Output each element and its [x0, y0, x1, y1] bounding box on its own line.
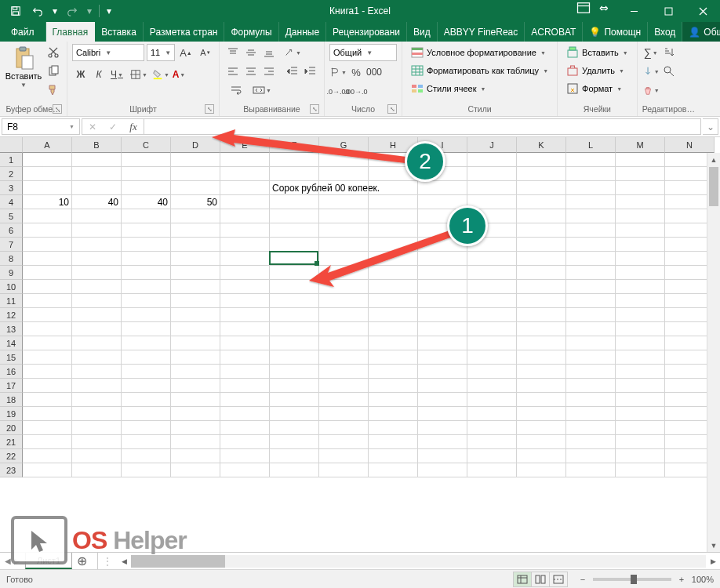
cell-K13[interactable] [517, 322, 566, 336]
cell-D10[interactable] [171, 280, 220, 294]
row-header-8[interactable]: 8 [0, 252, 23, 266]
paste-button[interactable]: Вставить ▼ [5, 44, 42, 89]
cell-C6[interactable] [122, 223, 171, 238]
row-header-13[interactable]: 13 [0, 322, 23, 336]
zoom-value[interactable]: 100% [692, 575, 714, 584]
cell-B14[interactable] [72, 336, 122, 350]
ribbon-display-dropdown-icon[interactable]: ⇔ [596, 0, 612, 16]
cell-D19[interactable] [171, 407, 220, 421]
cell-E18[interactable] [220, 393, 270, 407]
cell-C7[interactable] [122, 238, 171, 252]
cell-C13[interactable] [122, 322, 171, 336]
cell-E10[interactable] [220, 280, 270, 294]
grow-font-icon[interactable]: A▲ [177, 44, 195, 61]
cell-C11[interactable] [122, 294, 171, 308]
cell-A15[interactable] [23, 350, 72, 365]
cell-E8[interactable] [220, 252, 270, 266]
font-color-icon[interactable]: A▼ [170, 66, 187, 83]
cell-A17[interactable] [23, 379, 72, 393]
cell-B7[interactable] [72, 238, 122, 252]
cell-C8[interactable] [122, 252, 171, 266]
cell-A16[interactable] [23, 365, 72, 379]
cell-D5[interactable] [171, 209, 220, 223]
cell-K15[interactable] [517, 350, 566, 365]
number-launcher-icon[interactable]: ⤡ [387, 104, 397, 114]
tab-page-layout[interactable]: Разметка стран [144, 22, 225, 42]
cell-K9[interactable] [517, 266, 566, 280]
cell-I23[interactable] [418, 463, 467, 477]
cell-B2[interactable] [72, 167, 122, 181]
tab-data[interactable]: Данные [279, 22, 326, 42]
cell-L10[interactable] [566, 280, 616, 294]
cell-C22[interactable] [122, 449, 171, 463]
cell-A4[interactable]: 10 [23, 195, 72, 209]
cell-E3[interactable] [220, 181, 270, 195]
cell-M9[interactable] [616, 266, 665, 280]
cell-A6[interactable] [23, 223, 72, 238]
zoom-in-icon[interactable]: + [676, 575, 687, 584]
alignment-launcher-icon[interactable]: ⤡ [310, 104, 319, 114]
cell-B22[interactable] [72, 449, 122, 463]
cell-A12[interactable] [23, 308, 72, 322]
tab-abbyy[interactable]: ABBYY FineReac [438, 22, 525, 42]
increase-indent-icon[interactable] [302, 63, 319, 80]
cell-H21[interactable] [369, 435, 418, 449]
cell-A18[interactable] [23, 393, 72, 407]
cell-J2[interactable] [467, 167, 517, 181]
cell-B1[interactable] [72, 153, 122, 167]
decrease-decimal-icon[interactable]: .00→.0 [347, 83, 365, 100]
cell-L11[interactable] [566, 294, 616, 308]
tab-formulas[interactable]: Формулы [224, 22, 278, 42]
cell-D9[interactable] [171, 266, 220, 280]
cell-M15[interactable] [616, 350, 665, 365]
cell-I16[interactable] [418, 365, 467, 379]
cell-G12[interactable] [319, 308, 369, 322]
cell-G14[interactable] [319, 336, 369, 350]
tab-review[interactable]: Рецензировани [326, 22, 407, 42]
cell-E20[interactable] [220, 421, 270, 435]
normal-view-icon[interactable] [513, 572, 532, 587]
cell-H16[interactable] [369, 365, 418, 379]
cell-A13[interactable] [23, 322, 72, 336]
cell-B18[interactable] [72, 393, 122, 407]
cell-L13[interactable] [566, 322, 616, 336]
col-header-M[interactable]: M [616, 137, 665, 153]
cell-L17[interactable] [566, 379, 616, 393]
cell-L5[interactable] [566, 209, 616, 223]
cell-I22[interactable] [418, 449, 467, 463]
number-format-combo[interactable]: Общий▼ [329, 44, 397, 61]
row-header-9[interactable]: 9 [0, 266, 23, 280]
cell-K3[interactable] [517, 181, 566, 195]
cell-B12[interactable] [72, 308, 122, 322]
cell-L6[interactable] [566, 223, 616, 238]
cell-C23[interactable] [122, 463, 171, 477]
row-header-12[interactable]: 12 [0, 308, 23, 322]
cell-B21[interactable] [72, 435, 122, 449]
cell-M7[interactable] [616, 238, 665, 252]
italic-button[interactable]: К [90, 66, 107, 83]
cell-B8[interactable] [72, 252, 122, 266]
cell-A14[interactable] [23, 336, 72, 350]
cell-E21[interactable] [220, 435, 270, 449]
cell-E9[interactable] [220, 266, 270, 280]
cell-E23[interactable] [220, 463, 270, 477]
cell-K11[interactable] [517, 294, 566, 308]
cell-F13[interactable] [270, 322, 319, 336]
cell-A7[interactable] [23, 238, 72, 252]
share-button[interactable]: 👤Общий доступ [682, 22, 720, 42]
cell-D15[interactable] [171, 350, 220, 365]
cell-B23[interactable] [72, 463, 122, 477]
cell-M18[interactable] [616, 393, 665, 407]
cell-D12[interactable] [171, 308, 220, 322]
cell-C19[interactable] [122, 407, 171, 421]
cell-C3[interactable] [122, 181, 171, 195]
align-middle-icon[interactable] [242, 44, 260, 61]
cell-A8[interactable] [23, 252, 72, 266]
undo-icon[interactable] [28, 2, 47, 20]
cell-F11[interactable] [270, 294, 319, 308]
cell-F14[interactable] [270, 336, 319, 350]
cell-F20[interactable] [270, 421, 319, 435]
cell-J3[interactable] [467, 181, 517, 195]
cell-J15[interactable] [467, 350, 517, 365]
cell-F3[interactable]: Сорок рублей 00 копеек. [270, 181, 319, 195]
